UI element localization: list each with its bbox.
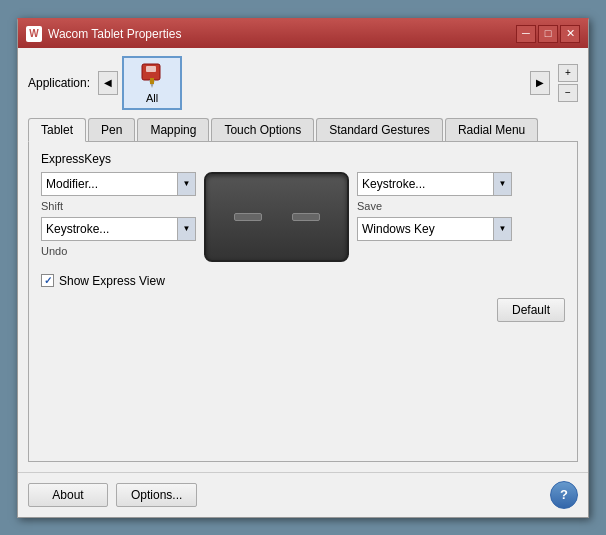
about-button[interactable]: About	[28, 483, 108, 507]
tab-radial-menu[interactable]: Radial Menu	[445, 118, 538, 141]
right-label1: Save	[357, 200, 512, 212]
title-bar-left: W Wacom Tablet Properties	[26, 26, 181, 42]
left-dropdown2-value: Keystroke...	[46, 222, 109, 236]
left-label1: Shift	[41, 200, 196, 212]
remove-app-button[interactable]: −	[558, 84, 578, 102]
tablet-device-graphic	[204, 172, 349, 262]
svg-rect-1	[146, 66, 156, 72]
brush-icon	[138, 62, 166, 90]
left-dropdown2-arrow: ▼	[177, 218, 195, 240]
app-all-label: All	[146, 92, 158, 104]
right-dropdown1-value: Keystroke...	[362, 177, 425, 191]
add-app-button[interactable]: +	[558, 64, 578, 82]
express-keys-row: Modifier... ▼ Shift Keystroke... ▼ Undo	[41, 172, 565, 262]
svg-rect-3	[150, 78, 154, 84]
show-express-view-row: ✓ Show Express View	[41, 274, 565, 288]
show-express-view-checkbox[interactable]: ✓	[41, 274, 54, 287]
right-dropdown2-value: Windows Key	[362, 222, 435, 236]
right-dropdown1-arrow: ▼	[493, 173, 511, 195]
right-controls: Keystroke... ▼ Save Windows Key ▼	[357, 172, 512, 241]
left-dropdown2[interactable]: Keystroke... ▼	[41, 217, 196, 241]
tab-mapping[interactable]: Mapping	[137, 118, 209, 141]
left-dropdown1-arrow: ▼	[177, 173, 195, 195]
right-dropdown2[interactable]: Windows Key ▼	[357, 217, 512, 241]
tab-touch-options[interactable]: Touch Options	[211, 118, 314, 141]
checkmark-icon: ✓	[44, 275, 52, 286]
show-express-view-label: Show Express View	[59, 274, 165, 288]
title-bar: W Wacom Tablet Properties ─ □ ✕	[18, 20, 588, 48]
content-area: Application: ◀ All ▶ + − Tablet Pen	[18, 48, 588, 472]
minimize-button[interactable]: ─	[516, 25, 536, 43]
main-window: W Wacom Tablet Properties ─ □ ✕ Applicat…	[17, 18, 589, 518]
right-dropdown1[interactable]: Keystroke... ▼	[357, 172, 512, 196]
app-bar: Application: ◀ All ▶ + −	[28, 56, 578, 110]
tab-bar: Tablet Pen Mapping Touch Options Standar…	[28, 118, 578, 142]
app-icon-all[interactable]: All	[122, 56, 182, 110]
default-btn-row: Default	[41, 298, 565, 322]
bottom-bar: About Options... ?	[18, 472, 588, 517]
application-label: Application:	[28, 76, 90, 90]
express-keys-section-label: ExpressKeys	[41, 152, 565, 166]
right-dropdown2-arrow: ▼	[493, 218, 511, 240]
left-dropdown1[interactable]: Modifier... ▼	[41, 172, 196, 196]
tablet-right-button	[292, 213, 320, 221]
maximize-button[interactable]: □	[538, 25, 558, 43]
help-button[interactable]: ?	[550, 481, 578, 509]
side-buttons: + −	[558, 64, 578, 102]
tab-standard-gestures[interactable]: Standard Gestures	[316, 118, 443, 141]
nav-prev-button[interactable]: ◀	[98, 71, 118, 95]
left-dropdown1-value: Modifier...	[46, 177, 98, 191]
left-label2: Undo	[41, 245, 196, 257]
tab-content-tablet: ExpressKeys Modifier... ▼ Shift Keystrok…	[28, 142, 578, 462]
app-icon: W	[26, 26, 42, 42]
title-buttons: ─ □ ✕	[516, 25, 580, 43]
tab-pen[interactable]: Pen	[88, 118, 135, 141]
left-controls: Modifier... ▼ Shift Keystroke... ▼ Undo	[41, 172, 196, 258]
default-button[interactable]: Default	[497, 298, 565, 322]
nav-next-button[interactable]: ▶	[530, 71, 550, 95]
tab-tablet[interactable]: Tablet	[28, 118, 86, 142]
tablet-left-button	[234, 213, 262, 221]
window-title: Wacom Tablet Properties	[48, 27, 181, 41]
options-button[interactable]: Options...	[116, 483, 197, 507]
close-button[interactable]: ✕	[560, 25, 580, 43]
